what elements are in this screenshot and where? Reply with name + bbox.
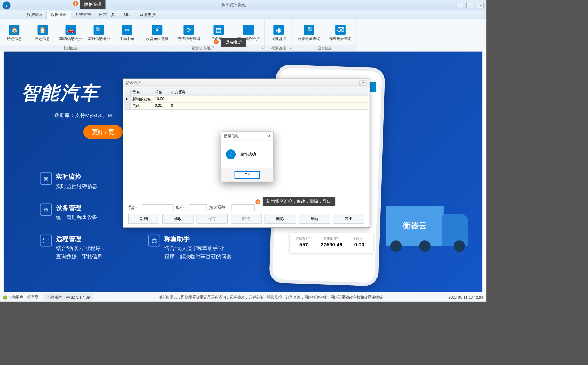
search-report-icon: 🔎 [304, 25, 314, 35]
menu-bar: 系统管理 数据管理 系统维护 附加工具 帮助 系统皮肤 [0, 11, 486, 19]
refresh-button[interactable]: 刷新 [299, 214, 330, 223]
col-coefficient[interactable]: 折方系数 [169, 89, 188, 96]
menu-skin[interactable]: 系统皮肤 [135, 11, 159, 19]
unit-price-input[interactable] [190, 204, 207, 211]
bg-db-text: 数据库：支持MySQL、M [54, 112, 112, 119]
goods-name-input[interactable] [142, 204, 174, 211]
feature-realtime: ◉ 实时监控实时监控过磅信息 [40, 172, 97, 190]
goods-dialog-titlebar[interactable]: 货名维护 ✕ [123, 79, 370, 88]
msgbox-ok-button[interactable]: OK [234, 171, 260, 179]
label-goods-name: 货名: [128, 205, 140, 210]
info-icon: i [226, 149, 236, 159]
msgbox-text: 操作成功 [240, 152, 256, 157]
annotation-badge-2: 2 [214, 39, 219, 44]
delete-button[interactable]: 删除 [265, 214, 296, 223]
col-unit-price[interactable]: 单价 [153, 89, 169, 96]
goods-dialog-title: 货名维护 [126, 80, 359, 86]
search-file-icon: 🔍 [94, 25, 104, 35]
ribbon-data-query[interactable]: 🔎数据记录查询 [293, 19, 325, 45]
edit-button[interactable]: 修改 [162, 214, 193, 223]
close-button[interactable]: ✕ [477, 3, 484, 8]
menu-system-maintain[interactable]: 系统维护 [71, 11, 95, 19]
ribbon-recharge-history[interactable]: ⟳充值历史查询 [173, 19, 205, 45]
ribbon-recharge[interactable]: ¥收货单位充值 [141, 19, 173, 45]
feature-device: ⚙ 设备管理统一管理称重设备 [40, 204, 97, 222]
save-button[interactable]: 保存 [196, 214, 227, 223]
coefficient-input[interactable] [232, 204, 255, 211]
ribbon-toolbar: 🏠磅点信息 📋日志信息 🚗车辆信息维护 🔍基础信息维护 ✏手动补单 基础信息 ¥… [0, 19, 486, 51]
label-coefficient: 折方系数: [209, 205, 229, 210]
edit-icon: ✏ [122, 25, 132, 35]
export-button[interactable]: 导出 [333, 214, 364, 223]
main-window: i 称重管理系统 — □ ✕ 系统管理 数据管理 系统维护 附加工具 帮助 系统… [0, 0, 486, 302]
user-icon [3, 295, 7, 300]
ribbon-group-video-label: 视频监控◢ [265, 45, 293, 51]
status-marquee: 激活衡器云，即刻享受称重记录远程查询，远程修改，远程定价，视频监控，订单查询，网… [99, 295, 442, 300]
table-row[interactable]: ▸ 新增的货名 10.00 [124, 96, 368, 103]
label-unit-price: 单价: [176, 205, 187, 210]
monitor-icon: ◉ [40, 172, 52, 185]
annotation-tooltip-1: 数据管理 [80, 0, 106, 9]
ribbon-group-report-label: 报表信息 [293, 45, 356, 51]
col-goods-name[interactable]: 货名 [131, 89, 153, 96]
ribbon-void-query[interactable]: ⌫作废记录查询 [325, 19, 356, 45]
content-area: 智能汽车 数据库：支持MySQL、M 更好 / 更 ◉ 实时监控实时监控过磅信息… [4, 51, 483, 292]
yen-icon: ¥ [152, 25, 162, 35]
remote-icon: ⛶ [40, 235, 52, 247]
menu-addon-tools[interactable]: 附加工具 [95, 11, 119, 19]
clipboard-icon: 📋 [38, 25, 48, 35]
ribbon-log-info[interactable]: 📋日志信息 [28, 19, 57, 45]
phone-stats-card: 过磅数 (车)557 总重量 (吨)27590.46 金额 (元)0.00 [290, 233, 373, 253]
status-user: 当前用户：管理员 [3, 295, 38, 300]
void-report-icon: ⌫ [335, 25, 346, 35]
annotation-tooltip-3: 新增货名维护，修改，删除，导出 [263, 197, 335, 206]
truck-label: 衡器云 [386, 206, 443, 246]
cancel-button[interactable]: 取消 [231, 214, 262, 223]
car-icon: 🚗 [66, 25, 76, 35]
bg-title: 智能汽车 [21, 81, 99, 106]
launcher-icon[interactable]: ◢ [289, 47, 292, 50]
msgbox-title-text: 提示信息 [224, 133, 239, 139]
ribbon-vehicle-info[interactable]: 🚗车辆信息维护 [57, 19, 85, 45]
user-gear-icon: 👤 [243, 25, 254, 35]
feature-remote: ⛶ 远程管理结合“衡器云”小程序， 查询数据、审核信息 [40, 235, 106, 261]
ribbon-manual-order[interactable]: ✏手动补单 [113, 19, 141, 45]
ribbon-station-info[interactable]: 🏠磅点信息 [0, 19, 28, 45]
launcher-icon[interactable]: ◢ [261, 47, 263, 50]
table-row[interactable]: 货名 0.00 0 [124, 103, 368, 109]
device-icon: ⚙ [40, 204, 52, 216]
ribbon-group-report: 🔎数据记录查询 ⌫作废记录查询 报表信息 [293, 19, 357, 51]
ribbon-group-basic-label: 基础信息 [0, 45, 141, 51]
msgbox-titlebar[interactable]: 提示信息 ✕ [221, 132, 273, 141]
scale-icon: ⚖ [148, 235, 160, 247]
ribbon-basic-info[interactable]: 🔍基础信息维护 [85, 19, 113, 45]
annotation-badge-1: 1 [73, 1, 78, 6]
menu-system-manage[interactable]: 系统管理 [22, 11, 46, 19]
maximize-button[interactable]: □ [466, 3, 473, 8]
annotation-tooltip-2: 货名维护 [221, 38, 246, 47]
minimize-button[interactable]: — [456, 3, 463, 8]
webcam-icon: ◉ [273, 25, 284, 35]
ribbon-group-video: ◉视频监控 视频监控◢ [265, 19, 293, 51]
msgbox-close-button[interactable]: ✕ [267, 133, 271, 139]
document-icon: ▤ [213, 25, 224, 35]
ribbon-video-monitor[interactable]: ◉视频监控 [265, 19, 293, 45]
truck-illustration: 衡器云 [376, 200, 468, 252]
status-datetime: 2023-08-11 13:42:04 [448, 295, 483, 299]
status-bar: 当前用户：管理员 当前版本：AVSZ 3.1.4.69 激活衡器云，即刻享受称重… [0, 293, 486, 302]
annotation-badge-3: 3 [255, 199, 260, 204]
feature-assistant: ⚖ 称重助手结合“无人值守称重助手”小 程序，解决临时车过磅的问题 [148, 235, 232, 261]
bg-capsule: 更好 / 更 [83, 125, 123, 139]
app-logo-icon: i [2, 1, 10, 9]
status-version: 当前版本：AVSZ 3.1.4.69 [44, 293, 93, 302]
menu-data-manage[interactable]: 数据管理 [46, 11, 71, 19]
history-icon: ⟳ [183, 25, 194, 35]
menu-help[interactable]: 帮助 [119, 11, 135, 19]
add-button[interactable]: 新增 [128, 214, 159, 223]
message-box: 提示信息 ✕ i 操作成功 OK [221, 132, 274, 182]
goods-data-grid[interactable]: 货名 单价 折方系数 ▸ 新增的货名 10.00 货名 0.00 0 [124, 89, 368, 110]
ribbon-group-basic: 🏠磅点信息 📋日志信息 🚗车辆信息维护 🔍基础信息维护 ✏手动补单 基础信息 [0, 19, 141, 51]
home-icon: 🏠 [9, 25, 19, 35]
goods-dialog-close-button[interactable]: ✕ [359, 80, 366, 86]
